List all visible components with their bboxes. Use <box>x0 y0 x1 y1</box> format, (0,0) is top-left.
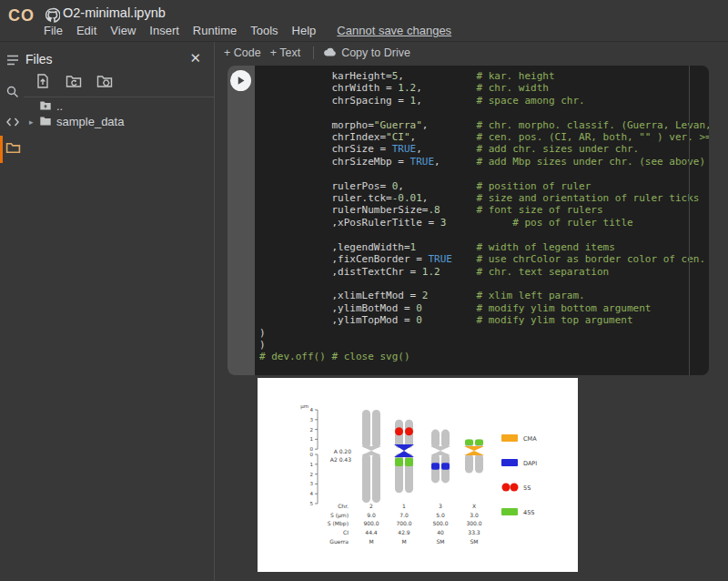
expand-caret-icon[interactable]: ▸ <box>29 117 39 127</box>
files-panel: Files ✕ ..▸sample_data <box>24 42 215 581</box>
svg-text:700.0: 700.0 <box>396 520 411 526</box>
menu-item-runtime[interactable]: Runtime <box>193 24 237 37</box>
tree-item-[interactable]: .. <box>24 98 214 114</box>
svg-text:M: M <box>401 538 406 545</box>
cell-output: μm43210012345A 0.20A2 0.43CMADAPI5S45SCh… <box>258 378 578 572</box>
svg-text:3.0: 3.0 <box>470 512 479 518</box>
menu-item-edit[interactable]: Edit <box>76 24 96 37</box>
svg-text:S (μm): S (μm) <box>330 512 349 519</box>
svg-text:900.0: 900.0 <box>363 520 379 526</box>
svg-text:45S: 45S <box>523 509 534 516</box>
svg-text:7.0: 7.0 <box>399 512 409 518</box>
left-icon-rail <box>0 42 24 581</box>
svg-text:2: 2 <box>369 503 373 509</box>
cell-gutter <box>228 66 255 375</box>
svg-text:Guerra: Guerra <box>329 538 349 545</box>
tree-item-label: .. <box>55 99 63 113</box>
notebook-title[interactable]: O2-minimal.ipynb <box>63 5 166 20</box>
svg-text:A2 0.43: A2 0.43 <box>330 456 351 463</box>
code-line: karHeight=5, # kar. height <box>259 70 709 82</box>
code-line: chrSpacing = 1, # space among chr. <box>259 95 709 107</box>
code-line <box>259 168 709 179</box>
svg-text:3: 3 <box>439 503 442 509</box>
run-cell-button[interactable] <box>230 70 251 91</box>
menu-item-help[interactable]: Help <box>292 24 317 37</box>
svg-text:5S: 5S <box>523 484 531 492</box>
svg-text:33.3: 33.3 <box>468 529 480 535</box>
copy-to-drive-button[interactable]: Copy to Drive <box>323 46 410 60</box>
file-tree: ..▸sample_data <box>24 98 214 129</box>
notebook-main: + Code + Text Copy to Drive karHeight=5,… <box>215 42 728 581</box>
code-line: ,legendWidth=1 # width of legend items <box>259 241 709 253</box>
svg-text:300.0: 300.0 <box>466 520 481 526</box>
menu-item-view[interactable]: View <box>110 24 136 37</box>
svg-text:5.0: 5.0 <box>436 512 445 518</box>
svg-text:2: 2 <box>310 472 314 477</box>
code-line: ,ylimBotMod = 0 # modify ylim bottom arg… <box>259 302 709 314</box>
code-line: chrSize = TRUE, # add chr. sizes under c… <box>259 143 709 155</box>
svg-text:4: 4 <box>310 407 314 413</box>
files-panel-actions <box>35 73 115 91</box>
svg-text:X: X <box>472 503 476 509</box>
refresh-folder-icon[interactable] <box>66 73 84 91</box>
menu-item-file[interactable]: File <box>44 24 63 37</box>
code-line: rulerNumberSize=.8 # font size of rulers <box>259 204 709 216</box>
code-line: ) <box>259 339 709 351</box>
svg-text:CI: CI <box>343 529 349 535</box>
top-bar: CO O2-minimal.ipynb FileEditViewInsertRu… <box>0 0 728 42</box>
svg-text:S (Mbp): S (Mbp) <box>328 520 349 527</box>
svg-text:9.0: 9.0 <box>367 512 376 518</box>
svg-text:3: 3 <box>310 417 314 423</box>
active-panel-indicator <box>0 136 3 163</box>
tree-item-sample_data[interactable]: ▸sample_data <box>24 114 214 129</box>
mount-drive-icon[interactable] <box>96 73 115 91</box>
folder-icon <box>39 115 55 129</box>
add-text-button[interactable]: + Text <box>270 46 300 59</box>
files-icon[interactable] <box>5 140 21 157</box>
code-line: ,ylimTopMod = 0 # modify ylim top argume… <box>259 314 709 326</box>
svg-text:CMA: CMA <box>523 435 537 443</box>
menu-item-insert[interactable]: Insert <box>149 24 179 37</box>
code-line: ,distTextChr = 1.2 # chr. text separatio… <box>259 266 709 278</box>
tree-item-label: sample_data <box>55 115 124 128</box>
code-line <box>259 107 709 118</box>
svg-text:500.0: 500.0 <box>432 520 448 526</box>
svg-text:2: 2 <box>310 427 314 433</box>
colab-logo[interactable]: CO <box>8 6 35 25</box>
code-editor[interactable]: karHeight=5, # kar. height chrWidth = 1.… <box>255 66 709 375</box>
code-line: ,xPosRulerTitle = 3 # pos of ruler title <box>259 217 709 229</box>
folder-up-icon <box>39 99 55 114</box>
cloud-icon <box>323 46 337 60</box>
menu-item-tools[interactable]: Tools <box>250 24 278 37</box>
editor-guide-line <box>689 66 690 375</box>
svg-text:44.4: 44.4 <box>365 529 378 535</box>
svg-text:A 0.20: A 0.20 <box>334 448 352 454</box>
code-line: ) <box>259 327 709 339</box>
table-of-contents-icon[interactable] <box>5 53 21 69</box>
add-code-button[interactable]: + Code <box>224 46 261 59</box>
menu-bar: FileEditViewInsertRuntimeToolsHelpCannot… <box>44 24 451 37</box>
toolbar-separator <box>313 46 314 59</box>
close-icon[interactable]: ✕ <box>189 50 201 66</box>
code-line: chrWidth = 1.2, # chr. width <box>259 82 709 94</box>
svg-text:1: 1 <box>310 436 314 442</box>
files-panel-title: Files <box>25 52 53 66</box>
upload-file-icon[interactable] <box>35 73 53 91</box>
svg-text:1: 1 <box>310 462 314 467</box>
code-line: chrSizeMbp = TRUE, # add Mbp sizes under… <box>259 156 709 168</box>
svg-text:0: 0 <box>310 452 314 457</box>
svg-text:DAPI: DAPI <box>523 460 537 467</box>
code-line: rulerPos= 0, # position of ruler <box>259 180 709 192</box>
code-line <box>259 278 709 290</box>
panel-separator <box>24 97 214 97</box>
svg-text:40: 40 <box>437 529 444 535</box>
code-line: # dev.off() # close svg() <box>259 351 709 362</box>
search-icon[interactable] <box>5 85 21 101</box>
svg-text:Chr.: Chr. <box>338 503 349 509</box>
code-snippets-icon[interactable] <box>5 115 21 131</box>
save-status-link[interactable]: Cannot save changes <box>337 24 451 37</box>
code-cell: karHeight=5, # kar. height chrWidth = 1.… <box>228 66 709 375</box>
svg-text:M: M <box>369 538 373 545</box>
code-line: morpho="Guerra", # chr. morpho. classif.… <box>259 119 709 131</box>
svg-text:4: 4 <box>310 491 314 496</box>
